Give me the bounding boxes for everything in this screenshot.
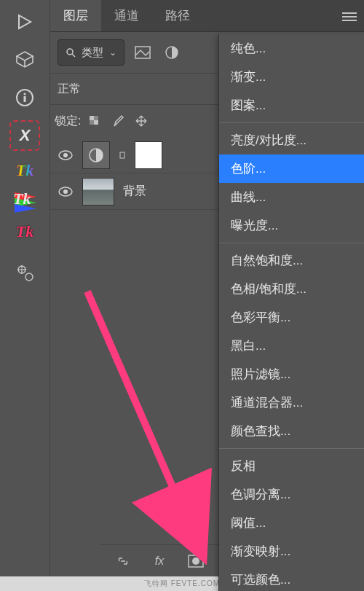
tk-pink-icon: Tk [16, 222, 33, 241]
clone-source-tool[interactable] [9, 257, 41, 289]
eye-icon [58, 187, 73, 197]
lock-label: 锁定: [55, 114, 81, 129]
mask-thumbnail[interactable] [135, 141, 162, 169]
menu-color-lookup[interactable]: 颜色查找... [219, 417, 364, 445]
background-thumbnail[interactable] [82, 178, 114, 206]
panel-tabs: 图层 通道 路径 [50, 0, 364, 32]
play-icon [17, 14, 33, 30]
panel-menu-icon[interactable] [342, 10, 357, 23]
filter-type-dropdown[interactable]: 类型 ⌄ [58, 39, 124, 66]
x-selection-tool[interactable]: X [9, 120, 41, 152]
layer-style-button[interactable]: fx [148, 549, 171, 573]
tab-layers[interactable]: 图层 [50, 0, 101, 31]
clone-source-icon [15, 262, 35, 283]
dashed-selection-box: X [9, 120, 40, 151]
svg-point-10 [25, 273, 33, 281]
filter-type-label: 类型 [82, 46, 103, 60]
menu-separator [219, 448, 364, 449]
menu-levels[interactable]: 色阶... [219, 154, 364, 183]
lock-icons [88, 114, 148, 128]
eye-icon [58, 150, 73, 160]
menu-selective-color[interactable]: 可选颜色... [219, 565, 364, 591]
adjustment-icon [165, 45, 179, 60]
svg-point-11 [67, 49, 73, 55]
svg-point-26 [192, 557, 199, 565]
cube-icon [15, 50, 35, 70]
svg-line-12 [72, 54, 75, 57]
blend-mode-dropdown[interactable]: 正常 [58, 82, 81, 97]
info-tool[interactable] [9, 82, 41, 114]
svg-marker-1 [17, 52, 33, 60]
svg-point-20 [63, 153, 68, 157]
link-layers-button[interactable] [111, 549, 135, 573]
menu-bw[interactable]: 黑白... [219, 332, 364, 360]
tk-rainbow-tool[interactable]: Tk [12, 157, 38, 184]
chevron-down-icon: ⌄ [109, 47, 116, 58]
background-layer-name[interactable]: 背景 [123, 184, 146, 199]
tab-channels[interactable]: 通道 [101, 0, 152, 31]
info-icon [15, 87, 35, 108]
fx-icon: fx [155, 555, 164, 568]
tab-paths[interactable]: 路径 [152, 0, 203, 31]
cube-tool[interactable] [9, 44, 41, 76]
adjustment-circle-icon [87, 146, 105, 164]
search-icon [66, 47, 76, 58]
menu-posterize[interactable]: 色调分离... [219, 480, 364, 509]
svg-marker-0 [19, 15, 31, 28]
svg-rect-16 [94, 120, 98, 125]
svg-rect-18 [90, 120, 94, 125]
left-toolbar: X Tk Tk Tk [0, 0, 50, 591]
svg-rect-22 [120, 152, 124, 158]
x-icon: X [20, 126, 31, 145]
svg-rect-7 [24, 96, 26, 102]
image-icon [135, 46, 151, 59]
menu-brightness[interactable]: 亮度/对比度... [219, 126, 364, 154]
menu-vibrance[interactable]: 自然饱和度... [219, 246, 364, 275]
adjustment-thumbnail[interactable] [82, 141, 110, 169]
visibility-toggle[interactable] [58, 150, 74, 160]
lock-position-icon[interactable] [135, 114, 148, 128]
filter-pixel-layers[interactable] [132, 42, 154, 63]
menu-separator [219, 122, 364, 123]
play-tool[interactable] [9, 6, 41, 38]
svg-point-24 [63, 189, 68, 194]
tk-triangle-icon: Tk [12, 188, 38, 214]
menu-threshold[interactable]: 阈值... [219, 509, 364, 537]
menu-curves[interactable]: 曲线... [219, 183, 364, 211]
filter-icons [132, 42, 183, 63]
menu-exposure[interactable]: 曝光度... [219, 211, 364, 240]
lock-transparency-icon[interactable] [88, 114, 101, 128]
tk-rainbow-icon: Tk [16, 161, 33, 180]
menu-photo-filter[interactable]: 照片滤镜... [219, 360, 364, 388]
menu-gradient[interactable]: 渐变... [219, 63, 364, 91]
menu-gradient-map[interactable]: 渐变映射... [219, 537, 364, 565]
lock-pixels-icon[interactable] [111, 114, 124, 128]
link-icon[interactable] [119, 148, 126, 163]
adjustment-layer-menu: 纯色... 渐变... 图案... 亮度/对比度... 色阶... 曲线... … [218, 34, 364, 591]
menu-color-balance[interactable]: 色彩平衡... [219, 303, 364, 332]
svg-rect-17 [94, 116, 98, 120]
menu-channel-mixer[interactable]: 通道混合器... [219, 388, 364, 417]
svg-rect-15 [90, 116, 94, 120]
menu-solid-color[interactable]: 纯色... [219, 34, 364, 63]
tk-pink-tool[interactable]: Tk [12, 219, 38, 245]
svg-point-9 [21, 269, 23, 271]
tk-triangle-tool[interactable]: Tk [12, 188, 38, 214]
menu-pattern[interactable]: 图案... [219, 91, 364, 120]
menu-hue[interactable]: 色相/饱和度... [219, 275, 364, 303]
svg-point-6 [24, 93, 26, 95]
filter-adjustment-layers[interactable] [161, 42, 183, 63]
blend-mode-value: 正常 [58, 82, 81, 97]
menu-invert[interactable]: 反相 [219, 452, 364, 480]
mask-icon [188, 555, 204, 568]
menu-separator [219, 243, 364, 243]
layer-mask-button[interactable] [184, 549, 207, 573]
visibility-toggle[interactable] [58, 187, 74, 197]
link-icon [115, 556, 131, 566]
